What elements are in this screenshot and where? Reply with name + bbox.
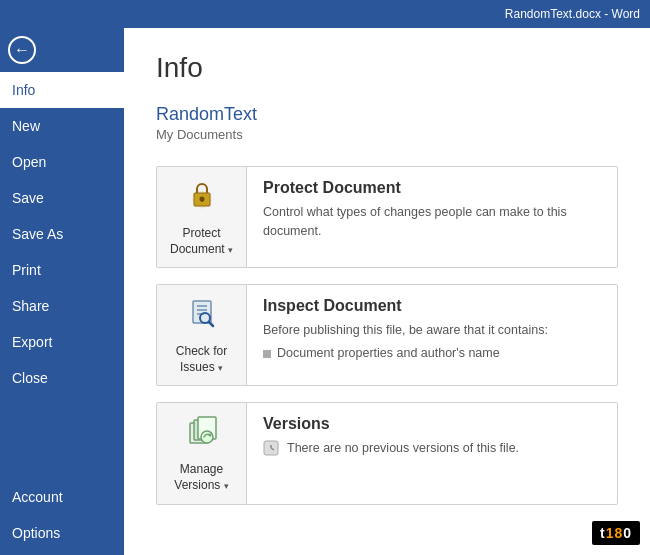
svg-point-12 [201, 431, 213, 443]
watermark-highlight: 18 [606, 525, 624, 541]
sidebar-item-info[interactable]: Info [0, 72, 124, 108]
sidebar-item-saveas[interactable]: Save As [0, 216, 124, 252]
svg-rect-3 [193, 301, 211, 323]
info-card-inspect: Check forIssues ▾Inspect DocumentBefore … [156, 284, 618, 386]
page-title: Info [156, 52, 618, 84]
title-bar: RandomText.docx - Word [0, 0, 650, 28]
versions-note-text: There are no previous versions of this f… [287, 439, 519, 458]
sidebar-item-export[interactable]: Export [0, 324, 124, 360]
card-desc-inspect: Before publishing this file, be aware th… [263, 321, 601, 340]
info-card-versions: ManageVersions ▾VersionsThere are no pre… [156, 402, 618, 504]
cards-container: ProtectDocument ▾Protect DocumentControl… [156, 166, 618, 505]
sidebar-item-open[interactable]: Open [0, 144, 124, 180]
svg-point-13 [208, 434, 211, 437]
sidebar-item-print[interactable]: Print [0, 252, 124, 288]
sidebar-item-account[interactable]: Account [0, 479, 124, 515]
sidebar-item-new[interactable]: New [0, 108, 124, 144]
card-label-protect: ProtectDocument ▾ [170, 226, 233, 257]
card-icon-area-inspect[interactable]: Check forIssues ▾ [157, 285, 247, 385]
sidebar-item-save[interactable]: Save [0, 180, 124, 216]
card-heading-inspect: Inspect Document [263, 297, 601, 315]
card-content-protect: Protect DocumentControl what types of ch… [247, 167, 617, 253]
bullet-icon [263, 350, 271, 358]
back-circle-icon: ← [8, 36, 36, 64]
list-item-text: Document properties and author's name [277, 346, 500, 360]
doc-path: My Documents [156, 127, 618, 142]
sidebar-item-options[interactable]: Options [0, 515, 124, 551]
sidebar-nav: InfoNewOpenSaveSave AsPrintShareExportCl… [0, 72, 124, 396]
content-area: Info RandomText My Documents ProtectDocu… [124, 28, 650, 555]
card-heading-protect: Protect Document [263, 179, 601, 197]
card-content-inspect: Inspect DocumentBefore publishing this f… [247, 285, 617, 372]
info-card-protect: ProtectDocument ▾Protect DocumentControl… [156, 166, 618, 268]
back-button[interactable]: ← [0, 28, 44, 72]
card-heading-versions: Versions [263, 415, 601, 433]
sidebar-item-close[interactable]: Close [0, 360, 124, 396]
inspect-icon [184, 295, 220, 338]
title-bar-text: RandomText.docx - Word [505, 7, 640, 21]
card-list-inspect: Document properties and author's name [263, 346, 601, 360]
versions-note: There are no previous versions of this f… [263, 439, 601, 463]
protect-icon [184, 177, 220, 220]
versions-icon [184, 413, 220, 456]
card-list-item: Document properties and author's name [263, 346, 601, 360]
doc-title: RandomText [156, 104, 618, 125]
clock-icon [263, 439, 279, 463]
card-desc-protect: Control what types of changes people can… [263, 203, 601, 241]
svg-line-8 [209, 322, 213, 326]
sidebar-bottom: AccountOptions [0, 479, 124, 555]
main-layout: ← InfoNewOpenSaveSave AsPrintShareExport… [0, 28, 650, 555]
sidebar-spacer [0, 396, 124, 479]
card-icon-area-protect[interactable]: ProtectDocument ▾ [157, 167, 247, 267]
card-label-versions: ManageVersions ▾ [174, 462, 228, 493]
card-icon-area-versions[interactable]: ManageVersions ▾ [157, 403, 247, 503]
card-label-inspect: Check forIssues ▾ [176, 344, 227, 375]
watermark: t180 [592, 521, 640, 545]
card-content-versions: VersionsThere are no previous versions o… [247, 403, 617, 475]
sidebar-item-share[interactable]: Share [0, 288, 124, 324]
sidebar: ← InfoNewOpenSaveSave AsPrintShareExport… [0, 28, 124, 555]
